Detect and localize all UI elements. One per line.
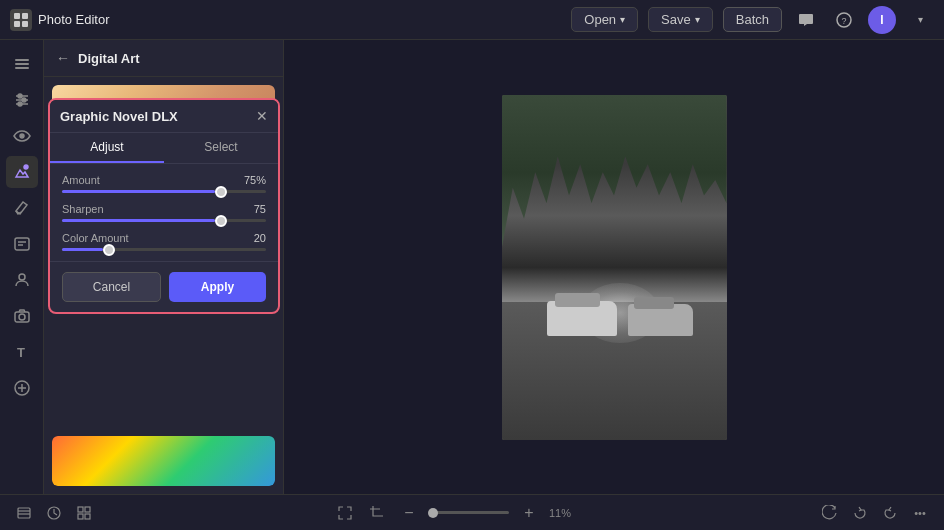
amount-label: Amount	[62, 174, 100, 186]
sharpen-label: Sharpen	[62, 203, 104, 215]
effect-thumbnail-parrot	[52, 436, 275, 486]
more-chevron-icon: ▾	[918, 14, 923, 25]
open-button[interactable]: Open ▾	[571, 7, 638, 32]
topbar-right: ? I ▾	[792, 6, 934, 34]
zoom-out-button[interactable]: −	[397, 501, 421, 525]
more-bottom-icon-button[interactable]: •••	[908, 501, 932, 525]
svg-rect-3	[22, 21, 28, 27]
svg-point-10	[18, 94, 22, 98]
photo-car1	[547, 301, 617, 336]
sharpen-value: 75	[254, 203, 266, 215]
photo-car2	[628, 304, 693, 336]
cancel-button[interactable]: Cancel	[62, 272, 161, 302]
svg-rect-8	[15, 67, 29, 69]
canvas-area	[284, 40, 944, 494]
crop-icon-button[interactable]	[365, 501, 389, 525]
zoom-in-button[interactable]: +	[517, 501, 541, 525]
bottombar-right: •••	[818, 501, 932, 525]
icon-sidebar: T	[0, 40, 44, 494]
tab-select[interactable]: Select	[164, 133, 278, 163]
camera-icon-button[interactable]	[6, 300, 38, 332]
save-chevron-icon: ▾	[695, 14, 700, 25]
sharpen-slider[interactable]	[62, 219, 266, 222]
history-icon-button[interactable]	[42, 501, 66, 525]
svg-rect-25	[18, 508, 30, 518]
panel-header: ← Digital Art	[44, 40, 283, 77]
svg-point-22	[19, 314, 25, 320]
main-content: T ← Digital Art Underpainting DLX	[0, 40, 944, 494]
sharpen-control: Sharpen 75	[62, 203, 266, 222]
app-logo: Photo Editor	[10, 9, 110, 31]
logo-icon	[10, 9, 32, 31]
photo-trees	[502, 95, 727, 250]
grid-icon-button[interactable]	[72, 501, 96, 525]
open-chevron-icon: ▾	[620, 14, 625, 25]
svg-text:T: T	[17, 345, 25, 360]
info-icon-button[interactable]	[6, 228, 38, 260]
bottombar-center: − + 11%	[333, 501, 581, 525]
zoom-slider[interactable]	[429, 511, 509, 514]
help-icon-button[interactable]: ?	[830, 6, 858, 34]
svg-rect-32	[85, 514, 90, 519]
color-amount-label: Color Amount	[62, 232, 129, 244]
people-icon-button[interactable]	[6, 264, 38, 296]
zoom-thumb	[428, 508, 438, 518]
batch-button[interactable]: Batch	[723, 7, 782, 32]
panel-title: Digital Art	[78, 51, 140, 66]
svg-point-16	[24, 165, 28, 169]
effects-icon-button[interactable]	[6, 156, 38, 188]
avatar[interactable]: I	[868, 6, 896, 34]
svg-rect-0	[14, 13, 20, 19]
adjustments-icon-button[interactable]	[6, 84, 38, 116]
modal-close-button[interactable]: ✕	[256, 108, 268, 124]
layers-bottom-icon-button[interactable]	[12, 501, 36, 525]
color-amount-slider-thumb	[103, 244, 115, 256]
svg-rect-1	[22, 13, 28, 19]
color-amount-value: 20	[254, 232, 266, 244]
svg-point-12	[22, 98, 26, 102]
amount-value: 75%	[244, 174, 266, 186]
refresh-icon-button[interactable]	[818, 501, 842, 525]
eye-icon-button[interactable]	[6, 120, 38, 152]
effect-item-parrot[interactable]	[52, 436, 275, 486]
effects-panel: ← Digital Art Underpainting DLX Oil Pain…	[44, 40, 284, 494]
topbar: Photo Editor Open ▾ Save ▾ Batch ? I ▾	[0, 0, 944, 40]
canvas-image	[502, 95, 727, 440]
modal-controls: Amount 75% Sharpen 75	[50, 164, 278, 261]
svg-rect-7	[15, 63, 29, 65]
paint-icon-button[interactable]	[6, 192, 38, 224]
chat-icon-button[interactable]	[792, 6, 820, 34]
more-options-button[interactable]: ▾	[906, 6, 934, 34]
apply-button[interactable]: Apply	[169, 272, 266, 302]
fit-screen-icon-button[interactable]	[333, 501, 357, 525]
amount-slider-fill	[62, 190, 215, 193]
redo-icon-button[interactable]	[878, 501, 902, 525]
sharpen-slider-thumb	[215, 215, 227, 227]
graphic-novel-modal: Graphic Novel DLX ✕ Adjust Select Amount…	[48, 98, 280, 314]
bottombar-left	[12, 501, 96, 525]
svg-rect-17	[15, 238, 29, 250]
modal-title: Graphic Novel DLX	[60, 109, 178, 124]
svg-rect-2	[14, 21, 20, 27]
svg-rect-30	[85, 507, 90, 512]
text-icon-button[interactable]: T	[6, 336, 38, 368]
svg-text:?: ?	[841, 16, 846, 26]
svg-rect-6	[15, 59, 29, 61]
save-button[interactable]: Save ▾	[648, 7, 713, 32]
photo-background	[502, 95, 727, 440]
color-amount-slider[interactable]	[62, 248, 266, 251]
filter-icon-button[interactable]	[6, 372, 38, 404]
color-amount-control: Color Amount 20	[62, 232, 266, 251]
layers-icon-button[interactable]	[6, 48, 38, 80]
bottombar: − + 11% •••	[0, 494, 944, 530]
svg-rect-29	[78, 507, 83, 512]
svg-rect-31	[78, 514, 83, 519]
app-title: Photo Editor	[38, 12, 110, 27]
modal-header: Graphic Novel DLX ✕	[50, 100, 278, 133]
tab-adjust[interactable]: Adjust	[50, 133, 164, 163]
amount-slider[interactable]	[62, 190, 266, 193]
sharpen-slider-fill	[62, 219, 215, 222]
undo-icon-button[interactable]	[848, 501, 872, 525]
amount-control: Amount 75%	[62, 174, 266, 193]
back-button[interactable]: ←	[56, 50, 70, 66]
